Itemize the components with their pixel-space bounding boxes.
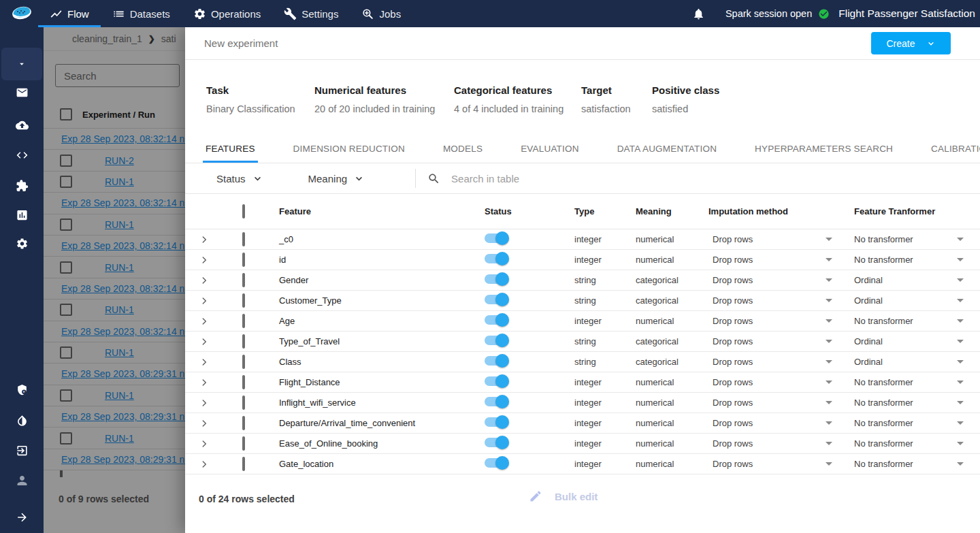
select-arrow-icon bbox=[826, 442, 832, 445]
sidebar-item-logout[interactable] bbox=[0, 445, 44, 457]
expand-chevron-icon[interactable] bbox=[185, 317, 223, 326]
expand-chevron-icon[interactable] bbox=[185, 235, 223, 244]
feature-checkbox[interactable] bbox=[242, 457, 245, 471]
imputation-select[interactable]: Drop rows bbox=[699, 316, 842, 326]
feature-row: Age integer numerical Drop rows No trans… bbox=[185, 311, 980, 332]
status-filter-dropdown[interactable]: Status bbox=[216, 173, 263, 184]
feature-checkbox[interactable] bbox=[242, 395, 245, 410]
nav-tab-operations[interactable]: Operations bbox=[182, 0, 272, 27]
expand-chevron-icon[interactable] bbox=[185, 378, 223, 387]
modal-scrim[interactable] bbox=[44, 27, 185, 533]
nav-tab-label: Operations bbox=[211, 8, 261, 20]
nav-tab-jobs[interactable]: Jobs bbox=[350, 0, 412, 27]
transformer-select[interactable]: Ordinal bbox=[842, 357, 980, 367]
expand-chevron-icon[interactable] bbox=[185, 459, 223, 469]
status-toggle[interactable] bbox=[485, 293, 508, 306]
sidebar-item-mail[interactable] bbox=[0, 86, 44, 99]
status-toggle[interactable] bbox=[485, 252, 508, 265]
feature-checkbox[interactable] bbox=[242, 253, 245, 267]
status-toggle[interactable] bbox=[485, 456, 508, 470]
expand-chevron-icon[interactable] bbox=[185, 337, 223, 346]
transformer-select[interactable]: No transformer bbox=[842, 255, 980, 265]
table-search-input[interactable] bbox=[451, 173, 723, 184]
tab-dimension-reduction[interactable]: DIMENSION REDUCTION bbox=[292, 144, 406, 163]
meaning-filter-dropdown[interactable]: Meaning bbox=[308, 173, 365, 184]
flow-icon bbox=[50, 7, 63, 20]
app-logo[interactable] bbox=[0, 4, 44, 23]
transformer-select[interactable]: Ordinal bbox=[842, 295, 980, 306]
imputation-select[interactable]: Drop rows bbox=[699, 459, 842, 469]
imputation-select[interactable]: Drop rows bbox=[699, 295, 842, 306]
transformer-select[interactable]: No transformer bbox=[842, 377, 980, 387]
imputation-select[interactable]: Drop rows bbox=[699, 234, 842, 244]
tab-models[interactable]: MODELS bbox=[442, 144, 484, 163]
tab-evaluation[interactable]: EVALUATION bbox=[519, 144, 581, 163]
sidebar-item-extensions[interactable] bbox=[0, 180, 44, 193]
select-all-features-checkbox[interactable] bbox=[242, 204, 245, 219]
tab-data-augmentation[interactable]: DATA AUGMENTATION bbox=[616, 144, 718, 163]
expand-chevron-icon[interactable] bbox=[185, 398, 223, 408]
sidebar-item-settings[interactable] bbox=[0, 238, 44, 251]
tab-hyperparameters-search[interactable]: HYPERPARAMETERS SEARCH bbox=[753, 144, 894, 163]
sidebar-item-reports[interactable] bbox=[0, 209, 44, 222]
imputation-select[interactable]: Drop rows bbox=[699, 255, 842, 265]
feature-row: Departure/Arrival_time_convenient intege… bbox=[185, 413, 980, 434]
transformer-select[interactable]: No transformer bbox=[842, 459, 980, 469]
feature-checkbox[interactable] bbox=[242, 273, 245, 287]
nav-tab-datasets[interactable]: Datasets bbox=[101, 0, 182, 27]
imputation-select[interactable]: Drop rows bbox=[699, 336, 842, 346]
sidebar-item-privacy[interactable]: e bbox=[0, 384, 44, 397]
feature-checkbox[interactable] bbox=[242, 416, 245, 430]
status-toggle[interactable] bbox=[485, 313, 508, 327]
nav-tab-settings[interactable]: Settings bbox=[272, 0, 350, 27]
expand-chevron-icon[interactable] bbox=[185, 419, 223, 428]
transformer-select[interactable]: No transformer bbox=[842, 316, 980, 326]
status-toggle[interactable] bbox=[485, 436, 508, 449]
status-toggle[interactable] bbox=[485, 334, 508, 347]
sidebar-item-upload[interactable] bbox=[0, 119, 44, 132]
imputation-select[interactable]: Drop rows bbox=[699, 275, 842, 285]
transformer-select[interactable]: Ordinal bbox=[842, 336, 980, 346]
feature-checkbox[interactable] bbox=[242, 436, 245, 451]
feature-checkbox[interactable] bbox=[242, 232, 245, 246]
nav-tab-flow[interactable]: Flow bbox=[38, 0, 101, 27]
expand-chevron-icon[interactable] bbox=[185, 296, 223, 306]
imputation-select[interactable]: Drop rows bbox=[699, 377, 842, 387]
tab-features[interactable]: FEATURES bbox=[204, 144, 257, 163]
sidebar-item-code[interactable] bbox=[0, 149, 44, 162]
transformer-select[interactable]: Ordinal bbox=[842, 275, 980, 285]
sidebar-item-profile[interactable] bbox=[0, 474, 44, 488]
imputation-select[interactable]: Drop rows bbox=[699, 398, 842, 408]
imputation-select[interactable]: Drop rows bbox=[699, 357, 842, 367]
transformer-select[interactable]: No transformer bbox=[842, 438, 980, 449]
workspace-switcher[interactable] bbox=[1, 48, 42, 80]
imputation-select[interactable]: Drop rows bbox=[699, 438, 842, 449]
imputation-select[interactable]: Drop rows bbox=[699, 418, 842, 428]
expand-chevron-icon[interactable] bbox=[185, 439, 223, 449]
expand-chevron-icon[interactable] bbox=[185, 357, 223, 367]
feature-checkbox[interactable] bbox=[242, 293, 245, 308]
feature-type: integer bbox=[559, 459, 621, 469]
feature-checkbox[interactable] bbox=[242, 334, 245, 349]
sidebar-item-theme[interactable] bbox=[0, 415, 44, 427]
feature-checkbox[interactable] bbox=[242, 355, 245, 369]
status-toggle[interactable] bbox=[485, 374, 508, 388]
transformer-select[interactable]: No transformer bbox=[842, 398, 980, 408]
status-toggle[interactable] bbox=[485, 354, 508, 368]
feature-checkbox[interactable] bbox=[242, 375, 245, 389]
status-toggle[interactable] bbox=[485, 395, 508, 408]
create-button[interactable]: Create bbox=[871, 32, 951, 54]
feature-checkbox[interactable] bbox=[242, 314, 245, 328]
bulk-edit-button[interactable]: Bulk edit bbox=[529, 489, 598, 503]
transformer-select[interactable]: No transformer bbox=[842, 234, 980, 244]
status-toggle[interactable] bbox=[485, 415, 508, 429]
transformer-select[interactable]: No transformer bbox=[842, 418, 980, 428]
features-table-header: Feature Status Type Meaning Imputation m… bbox=[185, 194, 980, 229]
expand-chevron-icon[interactable] bbox=[185, 276, 223, 285]
tab-calibration[interactable]: CALIBRATION bbox=[930, 144, 980, 163]
sidebar-item-collapse[interactable] bbox=[0, 511, 44, 524]
expand-chevron-icon[interactable] bbox=[185, 255, 223, 265]
status-toggle[interactable] bbox=[485, 231, 508, 245]
status-toggle[interactable] bbox=[485, 272, 508, 286]
notifications-bell-icon[interactable] bbox=[692, 7, 705, 20]
